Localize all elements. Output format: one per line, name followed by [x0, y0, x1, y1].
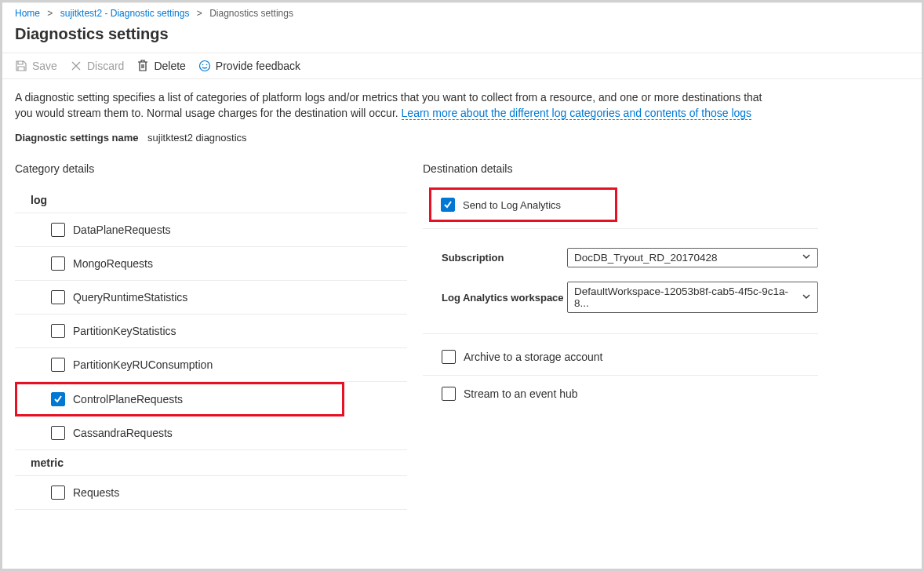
- subscription-label: Subscription: [442, 252, 567, 264]
- category-details-heading: Category details: [15, 162, 407, 175]
- checkbox-icon[interactable]: [51, 426, 65, 440]
- checkbox-label: PartitionKeyRUConsumption: [73, 358, 213, 371]
- archive-storage-label: Archive to a storage account: [464, 351, 602, 363]
- checkbox-label: PartitionKeyStatistics: [73, 325, 176, 337]
- svg-point-2: [206, 64, 208, 66]
- checkbox-icon[interactable]: [51, 290, 65, 304]
- log-item-mongorequests[interactable]: MongoRequests: [15, 247, 407, 281]
- discard-label: Discard: [87, 60, 124, 72]
- checkbox-icon[interactable]: [442, 387, 456, 401]
- checkbox-icon[interactable]: [442, 350, 456, 364]
- breadcrumb-item1[interactable]: sujitktest2 - Diagnostic settings: [60, 8, 190, 19]
- category-details-column: Category details log DataPlaneRequests M…: [15, 162, 407, 510]
- log-item-partitionkeystatistics[interactable]: PartitionKeyStatistics: [15, 315, 407, 348]
- trash-icon: [136, 60, 149, 72]
- archive-storage-row[interactable]: Archive to a storage account: [423, 339, 818, 376]
- delete-button[interactable]: Delete: [136, 60, 185, 72]
- save-label: Save: [32, 60, 57, 72]
- breadcrumb: Home > sujitktest2 - Diagnostic settings…: [2, 2, 922, 22]
- workspace-select[interactable]: DefaultWorkspace-12053b8f-cab5-4f5c-9c1a…: [567, 282, 818, 313]
- checkbox-icon[interactable]: [51, 358, 65, 372]
- log-group-header: log: [15, 187, 407, 213]
- delete-label: Delete: [154, 60, 185, 72]
- breadcrumb-home[interactable]: Home: [15, 8, 40, 19]
- workspace-value: DefaultWorkspace-12053b8f-cab5-4f5c-9c1a…: [574, 286, 795, 309]
- save-icon: [15, 60, 27, 72]
- checkbox-icon[interactable]: [441, 198, 455, 212]
- settings-name-row: Diagnostic settings name sujitktest2 dia…: [15, 132, 806, 144]
- checkbox-label: DataPlaneRequests: [73, 224, 171, 236]
- workspace-label: Log Analytics workspace: [442, 292, 567, 304]
- feedback-label: Provide feedback: [216, 60, 300, 72]
- settings-name-label: Diagnostic settings name: [15, 132, 138, 144]
- destination-details-heading: Destination details: [423, 162, 818, 175]
- destination-details-column: Destination details Send to Log Analytic…: [423, 162, 818, 510]
- metric-group-header: metric: [15, 450, 407, 476]
- content-area: A diagnostic setting specifies a list of…: [2, 79, 818, 521]
- checkbox-icon[interactable]: [51, 324, 65, 338]
- svg-point-0: [199, 61, 209, 71]
- toolbar: Save Discard Delete Provide feedback: [2, 53, 922, 79]
- checkbox-label: Requests: [73, 486, 119, 499]
- subscription-select[interactable]: DocDB_Tryout_RD_20170428: [567, 248, 818, 267]
- checkbox-label: CassandraRequests: [73, 427, 173, 439]
- svg-point-1: [202, 64, 204, 66]
- feedback-button[interactable]: Provide feedback: [198, 60, 300, 72]
- log-item-cassandrarequests[interactable]: CassandraRequests: [15, 416, 407, 450]
- metric-item-requests[interactable]: Requests: [15, 476, 407, 510]
- log-item-queryruntimestatistics[interactable]: QueryRuntimeStatistics: [15, 281, 407, 315]
- learn-more-link[interactable]: Learn more about the different log categ…: [402, 107, 751, 120]
- checkbox-icon[interactable]: [51, 486, 65, 500]
- checkbox-label: ControlPlaneRequests: [73, 393, 183, 406]
- chevron-right-icon: >: [47, 8, 53, 19]
- settings-name-value: sujitktest2 diagnostics: [147, 132, 246, 144]
- breadcrumb-current: Diagnostics settings: [209, 8, 293, 19]
- log-item-partitionkeyruconsumption[interactable]: PartitionKeyRUConsumption: [15, 348, 407, 382]
- checkbox-label: MongoRequests: [73, 257, 153, 270]
- checkbox-label: QueryRuntimeStatistics: [73, 291, 187, 304]
- smiley-icon: [198, 60, 211, 72]
- checkbox-icon[interactable]: [51, 392, 65, 406]
- discard-button[interactable]: Discard: [70, 60, 124, 72]
- page-title: Diagnostics settings: [2, 22, 922, 53]
- chevron-down-icon: [802, 252, 811, 264]
- send-log-analytics-label: Send to Log Analytics: [463, 199, 561, 211]
- checkbox-icon[interactable]: [51, 223, 65, 237]
- checkbox-icon[interactable]: [51, 256, 65, 271]
- subscription-value: DocDB_Tryout_RD_20170428: [574, 252, 718, 264]
- stream-eventhub-label: Stream to an event hub: [464, 387, 578, 400]
- chevron-right-icon: >: [197, 8, 202, 19]
- log-item-controlplanerequests[interactable]: ControlPlaneRequests: [15, 382, 344, 416]
- log-analytics-form: Subscription DocDB_Tryout_RD_20170428 Lo…: [423, 234, 818, 334]
- save-button[interactable]: Save: [15, 60, 57, 72]
- send-log-analytics-row[interactable]: Send to Log Analytics: [429, 187, 617, 222]
- chevron-down-icon: [802, 292, 811, 304]
- log-item-dataplanerequests[interactable]: DataPlaneRequests: [15, 213, 407, 247]
- description-text: A diagnostic setting specifies a list of…: [15, 90, 768, 121]
- stream-eventhub-row[interactable]: Stream to an event hub: [423, 376, 818, 412]
- close-icon: [70, 60, 82, 72]
